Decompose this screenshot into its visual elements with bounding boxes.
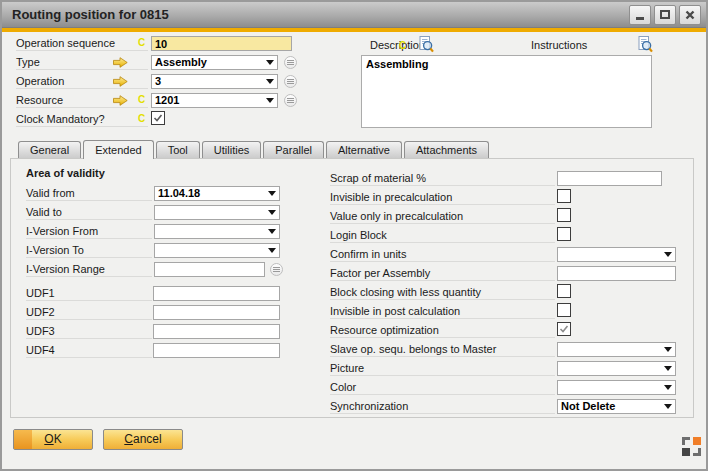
operation-choose-from-list-button[interactable] bbox=[284, 75, 297, 88]
check-icon bbox=[152, 112, 164, 124]
dropdown-caret-icon bbox=[266, 79, 274, 84]
type-label: Type bbox=[16, 55, 148, 70]
clock-mandatory-checkbox[interactable] bbox=[151, 111, 165, 125]
title-bar[interactable]: Routing position for 0815 bbox=[2, 2, 706, 28]
resource-dropdown[interactable]: 1201 bbox=[151, 93, 278, 108]
tab-parallel[interactable]: Parallel bbox=[263, 141, 324, 159]
description-textarea[interactable]: Assembling bbox=[361, 55, 652, 128]
accent-line bbox=[2, 28, 706, 32]
link-arrow-icon[interactable] bbox=[113, 95, 128, 106]
tab-general[interactable]: General bbox=[18, 141, 81, 159]
tab-attachments[interactable]: Attachments bbox=[404, 141, 489, 159]
resource-label: Resource C bbox=[16, 93, 148, 108]
list-icon bbox=[286, 77, 295, 86]
instructions-label: Instructions bbox=[531, 39, 587, 51]
operation-label: Operation bbox=[16, 74, 148, 89]
close-icon bbox=[684, 9, 696, 21]
description-label: Description bbox=[370, 39, 425, 51]
operation-dropdown[interactable]: 3 bbox=[151, 74, 278, 89]
resize-form-icon[interactable] bbox=[682, 437, 702, 457]
clock-mandatory-label: Clock Mandatory? C bbox=[16, 112, 148, 127]
tab-bar: General Extended Tool Utilities Parallel… bbox=[18, 140, 491, 159]
ok-button[interactable]: OK bbox=[13, 429, 93, 450]
cancel-button[interactable]: Cancel bbox=[103, 429, 183, 450]
type-choose-from-list-button[interactable] bbox=[284, 56, 297, 69]
maximize-button[interactable] bbox=[654, 5, 676, 25]
dropdown-caret-icon bbox=[266, 60, 274, 65]
mandatory-indicator: C bbox=[138, 37, 145, 48]
mandatory-indicator: C bbox=[399, 40, 406, 51]
mandatory-indicator: C bbox=[138, 94, 145, 105]
window-title: Routing position for 0815 bbox=[12, 2, 169, 28]
tab-tool[interactable]: Tool bbox=[156, 141, 200, 159]
tab-content-frame bbox=[10, 158, 694, 418]
link-arrow-icon[interactable] bbox=[113, 57, 128, 68]
resource-choose-from-list-button[interactable] bbox=[284, 94, 297, 107]
tab-alternative[interactable]: Alternative bbox=[326, 141, 402, 159]
routing-position-window: Routing position for 0815 Operation sequ… bbox=[0, 0, 708, 471]
expand-editor-icon[interactable] bbox=[419, 36, 434, 53]
type-dropdown[interactable]: Assembly bbox=[151, 55, 278, 70]
close-button[interactable] bbox=[679, 5, 701, 25]
link-arrow-icon[interactable] bbox=[113, 76, 128, 87]
operation-sequence-input[interactable] bbox=[151, 36, 292, 51]
mandatory-indicator: C bbox=[138, 113, 145, 124]
operation-sequence-label: Operation sequence C bbox=[16, 36, 148, 51]
dropdown-caret-icon bbox=[266, 98, 274, 103]
tab-utilities[interactable]: Utilities bbox=[202, 141, 261, 159]
list-icon bbox=[286, 58, 295, 67]
expand-editor-icon[interactable] bbox=[638, 36, 653, 53]
maximize-icon bbox=[659, 9, 671, 21]
minimize-icon bbox=[634, 9, 646, 21]
tab-extended[interactable]: Extended bbox=[83, 140, 153, 159]
list-icon bbox=[286, 96, 295, 105]
minimize-button[interactable] bbox=[629, 5, 651, 25]
window-controls bbox=[629, 5, 701, 25]
